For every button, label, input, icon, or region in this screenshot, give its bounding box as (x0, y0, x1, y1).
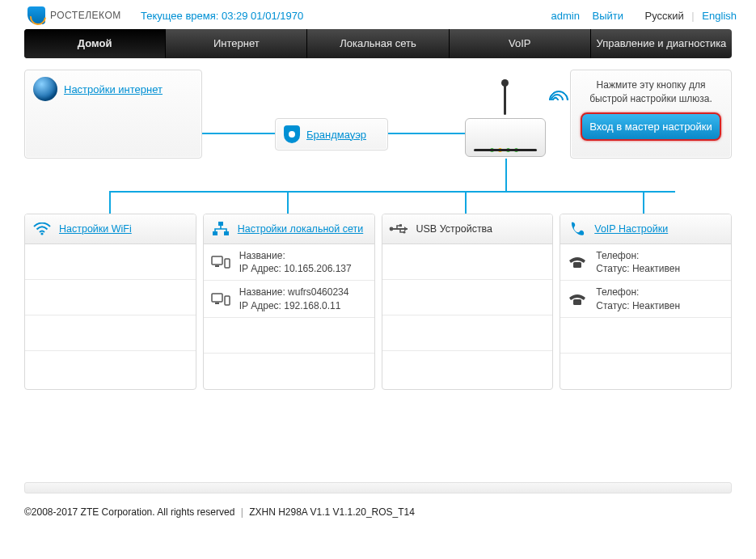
router-body-icon (465, 118, 546, 157)
firewall-link[interactable]: Брандмауэр (306, 129, 366, 141)
svg-rect-9 (225, 296, 230, 305)
rostelecom-logo-icon (27, 6, 45, 24)
current-time: Текущее время: 03:29 01/01/1970 (141, 10, 303, 22)
link-line (643, 191, 644, 214)
device-ip: 10.165.206.137 (284, 263, 351, 274)
lan-column: Настройки локальной сети Название: IP Ад… (203, 214, 375, 390)
svg-rect-2 (213, 231, 218, 235)
link-line (109, 191, 111, 214)
usb-title: USB Устройства (416, 223, 493, 235)
lan-icon (210, 221, 231, 237)
name-label: Название: (239, 250, 285, 261)
firewall-panel: Брандмауэр (275, 118, 388, 150)
list-item (25, 351, 196, 387)
svg-rect-5 (215, 265, 219, 267)
ip-label: IP Адрес: (239, 263, 281, 274)
svg-rect-4 (212, 256, 222, 265)
copyright: ©2008-2017 ZTE Corporation. All rights r… (24, 506, 234, 518)
link-line (287, 191, 289, 214)
shield-icon (284, 125, 300, 143)
svg-point-10 (389, 227, 393, 231)
main-nav: Домой Интернет Локальная сеть VoIP Управ… (24, 29, 732, 58)
nav-internet[interactable]: Интернет (166, 29, 307, 58)
separator: | (691, 10, 694, 22)
antenna-icon (504, 83, 506, 115)
footer: ©2008-2017 ZTE Corporation. All rights r… (0, 493, 756, 532)
telephone-icon (567, 291, 588, 307)
list-item (382, 244, 553, 280)
logout-link[interactable]: Выйти (593, 10, 624, 22)
header-links: admin Выйти Русский | English (546, 10, 741, 22)
svg-rect-13 (573, 262, 581, 268)
status-label: Статус: (596, 263, 629, 274)
phone-status: Неактивен (632, 300, 680, 311)
svg-rect-11 (399, 224, 402, 227)
list-item: Название: IP Адрес: 10.165.206.137 (204, 244, 374, 281)
link-line (465, 191, 467, 214)
list-item: Телефон: Статус: Неактивен (560, 281, 731, 317)
link-line (109, 191, 675, 193)
list-item (25, 280, 196, 315)
list-item (382, 315, 553, 351)
voip-column: VoIP Настройки Телефон: Статус: Неактиве… (560, 214, 732, 390)
usb-column: USB Устройства (382, 214, 554, 390)
nav-management[interactable]: Управление и диагностика (591, 29, 732, 58)
list-item (25, 315, 196, 351)
ip-label: IP Адрес: (239, 300, 281, 311)
link-line (388, 133, 469, 134)
nav-lan[interactable]: Локальная сеть (307, 29, 449, 58)
svg-rect-14 (573, 299, 581, 305)
lan-settings-link[interactable]: Настройки локальной сети (238, 223, 363, 235)
lang-russian[interactable]: Русский (644, 10, 683, 22)
svg-rect-1 (218, 222, 223, 226)
phone-label: Телефон: (596, 250, 639, 261)
svg-rect-3 (224, 231, 229, 235)
list-item: Телефон: Статус: Неактивен (560, 244, 731, 281)
svg-rect-6 (225, 259, 230, 268)
list-item (560, 354, 731, 389)
nav-voip[interactable]: VoIP (450, 29, 591, 58)
list-item (382, 351, 553, 387)
nav-home[interactable]: Домой (24, 29, 166, 58)
wizard-hint: Нажмите эту кнопку для быстрой настройки… (581, 78, 721, 106)
wizard-button[interactable]: Вход в мастер настройки (581, 112, 721, 141)
list-item (560, 318, 731, 354)
telephone-icon (567, 254, 588, 270)
wifi-waves-icon (551, 89, 570, 108)
svg-rect-7 (212, 294, 222, 302)
wizard-panel: Нажмите эту кнопку для быстрой настройки… (570, 70, 732, 159)
columns-row: Настройки WiFi Настройки локальной сети … (24, 214, 732, 390)
link-line (202, 133, 275, 134)
topology-canvas: Настройки интернет Брандмауэр Нажмите эт… (24, 70, 732, 482)
device-ip: 192.168.0.11 (284, 300, 340, 311)
separator: | (241, 506, 243, 518)
user-link[interactable]: admin (551, 10, 579, 22)
brand-name: РОСТЕЛЕКОМ (50, 10, 121, 21)
status-label: Статус: (596, 300, 629, 311)
svg-rect-8 (215, 303, 219, 304)
phone-label: Телефон: (596, 286, 639, 298)
internet-panel: Настройки интернет (24, 70, 202, 159)
model-info: ZXHN H298A V1.1 V1.1.20_ROS_T14 (249, 506, 415, 518)
header-bar: РОСТЕЛЕКОМ Текущее время: 03:29 01/01/19… (0, 0, 756, 29)
list-item (382, 280, 553, 315)
name-label: Название: (239, 286, 285, 298)
device-name: wufrs0460234 (288, 286, 348, 298)
phone-icon (567, 221, 588, 237)
wifi-column: Настройки WiFi (24, 214, 196, 390)
router-graphic (465, 94, 546, 175)
computer-icon (210, 291, 231, 307)
list-item (204, 354, 374, 389)
usb-icon (389, 221, 410, 237)
internet-settings-link[interactable]: Настройки интернет (64, 83, 163, 95)
voip-settings-link[interactable]: VoIP Настройки (594, 223, 668, 235)
list-item (204, 318, 374, 354)
svg-point-0 (40, 232, 43, 235)
wifi-icon (32, 221, 53, 237)
lang-english[interactable]: English (702, 10, 737, 22)
phone-status: Неактивен (632, 263, 680, 274)
list-item (25, 244, 196, 280)
brand-logo: РОСТЕЛЕКОМ (27, 6, 133, 24)
computer-icon (210, 254, 231, 270)
wifi-settings-link[interactable]: Настройки WiFi (59, 223, 132, 235)
